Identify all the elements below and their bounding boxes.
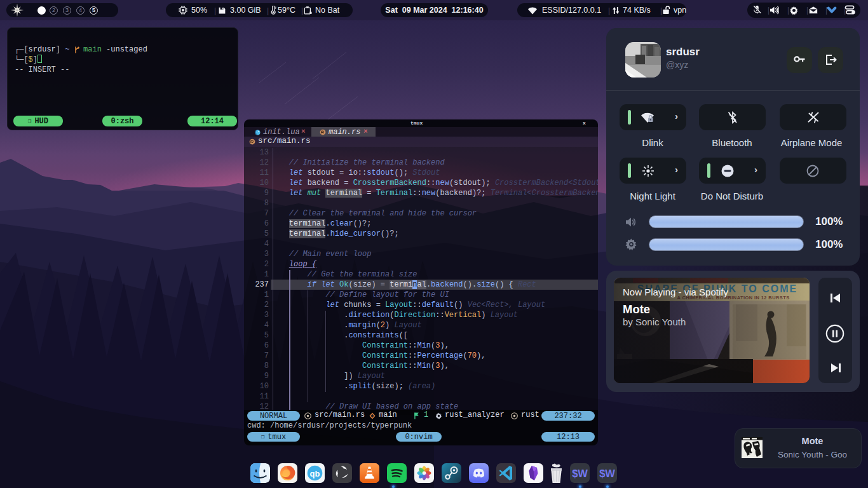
- svg-text:qb: qb: [310, 469, 320, 478]
- svg-text:$W: $W: [599, 468, 615, 479]
- svg-text:$W: $W: [572, 468, 588, 479]
